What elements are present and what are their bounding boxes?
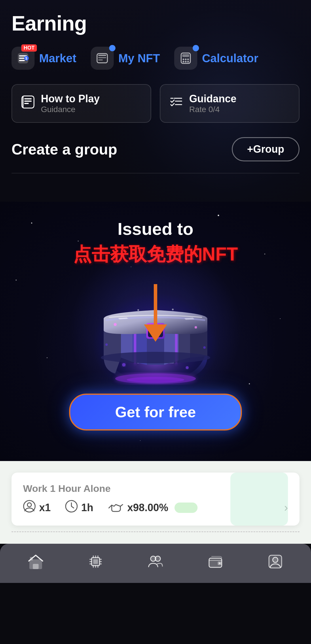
dashed-separator: [12, 531, 299, 532]
my-nft-icon-bg: [91, 47, 114, 70]
nft-visual-container: [12, 273, 299, 388]
hot-badge: HOT: [21, 44, 37, 52]
work-card: Work 1 Hour Alone x1: [12, 473, 299, 526]
calculator-icon-bg: [174, 47, 197, 70]
my-nft-tab-label: My NFT: [118, 52, 160, 65]
svg-rect-45: [33, 564, 39, 569]
progress-pill: [175, 503, 198, 513]
how-to-play-text: How to Play Guidance: [41, 93, 100, 114]
bottom-nav-cpu[interactable]: [81, 552, 110, 575]
user-circle-icon: [23, 500, 36, 515]
svg-rect-3: [19, 60, 25, 61]
svg-point-65: [219, 562, 221, 564]
sidebar-item-my-nft[interactable]: My NFT: [91, 47, 160, 70]
sidebar-item-calculator[interactable]: Calculator: [174, 47, 258, 70]
get-for-free-button[interactable]: Get for free: [69, 394, 242, 430]
svg-point-12: [183, 58, 184, 60]
svg-point-34: [195, 326, 197, 328]
book-icon: [21, 95, 35, 112]
how-to-play-button[interactable]: How to Play Guidance: [12, 84, 151, 123]
svg-point-42: [27, 503, 31, 507]
work-stat-users-value: x1: [39, 502, 51, 514]
nav-tabs: $ HOT Market My NFT: [12, 47, 299, 70]
work-stat-users: x1: [23, 500, 51, 515]
home-nav-icon: [28, 554, 44, 573]
svg-rect-11: [182, 54, 189, 57]
svg-point-67: [273, 557, 278, 562]
cpu-nav-icon: [88, 554, 104, 573]
svg-point-15: [183, 61, 184, 63]
svg-rect-9: [98, 59, 103, 61]
market-icon-bg: $ HOT: [12, 47, 35, 70]
calculator-tab-label: Calculator: [202, 52, 258, 65]
market-tab-label: Market: [39, 52, 76, 65]
page-title: Earning: [12, 12, 299, 35]
handshake-icon: [108, 500, 124, 515]
svg-rect-8: [98, 57, 106, 58]
svg-point-40: [203, 346, 206, 349]
bottom-nav-home[interactable]: [21, 552, 50, 575]
clock-icon: [65, 500, 78, 515]
svg-point-37: [137, 309, 139, 311]
svg-point-35: [122, 363, 126, 367]
bottom-nav-wallet[interactable]: [201, 552, 230, 575]
header-section: Earning $ HOT Market: [0, 0, 311, 202]
add-group-button[interactable]: +Group: [232, 137, 299, 161]
guidance-text: Guidance Rate 0/4: [189, 93, 236, 114]
wallet-nav-icon: [207, 554, 223, 573]
guidance-button[interactable]: Guidance Rate 0/4: [160, 84, 299, 123]
work-stat-rate: x98.00%: [108, 500, 198, 515]
svg-point-33: [114, 323, 117, 326]
svg-rect-7: [98, 55, 106, 56]
create-group-title: Create a group: [12, 141, 117, 158]
svg-rect-20: [24, 101, 32, 102]
promo-text: 点击获取免费的NFT: [12, 242, 299, 267]
svg-rect-48: [93, 559, 98, 564]
users-nav-icon: [147, 554, 164, 573]
sidebar-item-market[interactable]: $ HOT Market: [12, 47, 76, 70]
arrow-head: [144, 324, 167, 342]
svg-point-38: [172, 309, 174, 310]
issued-title: Issued to: [12, 219, 299, 239]
checklist-icon: [169, 95, 183, 112]
svg-rect-21: [24, 103, 29, 104]
svg-point-39: [105, 343, 108, 346]
svg-point-17: [187, 61, 189, 63]
svg-point-13: [185, 58, 187, 60]
get-free-btn-container: Get for free: [12, 394, 299, 430]
bottom-nav-profile[interactable]: [261, 552, 290, 575]
svg-point-28: [101, 352, 210, 363]
work-card-bg: [230, 473, 288, 526]
bottom-nav: [0, 544, 311, 583]
calculator-dot: [193, 45, 199, 51]
svg-point-36: [186, 366, 189, 369]
bottom-nav-users[interactable]: [141, 552, 170, 575]
arrow-down: [144, 284, 167, 342]
work-stat-rate-value: x98.00%: [127, 502, 168, 514]
svg-point-16: [185, 61, 187, 63]
svg-point-62: [155, 556, 160, 561]
work-stat-time: 1h: [65, 500, 93, 515]
svg-point-32: [127, 377, 184, 383]
create-group-row: Create a group +Group: [12, 137, 299, 173]
svg-rect-46: [30, 557, 33, 560]
svg-point-14: [187, 58, 189, 60]
svg-rect-18: [22, 96, 34, 108]
action-buttons-row: How to Play Guidance Guidance Rate 0/4: [12, 84, 299, 123]
arrow-shaft: [154, 284, 157, 324]
issued-section: Issued to 点击获取免费的NFT: [0, 202, 311, 461]
profile-nav-icon: [267, 554, 283, 573]
svg-text:$: $: [25, 56, 27, 61]
my-nft-dot: [109, 45, 115, 51]
work-stat-time-value: 1h: [81, 502, 93, 514]
svg-rect-19: [24, 98, 32, 99]
work-card-section: Work 1 Hour Alone x1: [0, 461, 311, 544]
